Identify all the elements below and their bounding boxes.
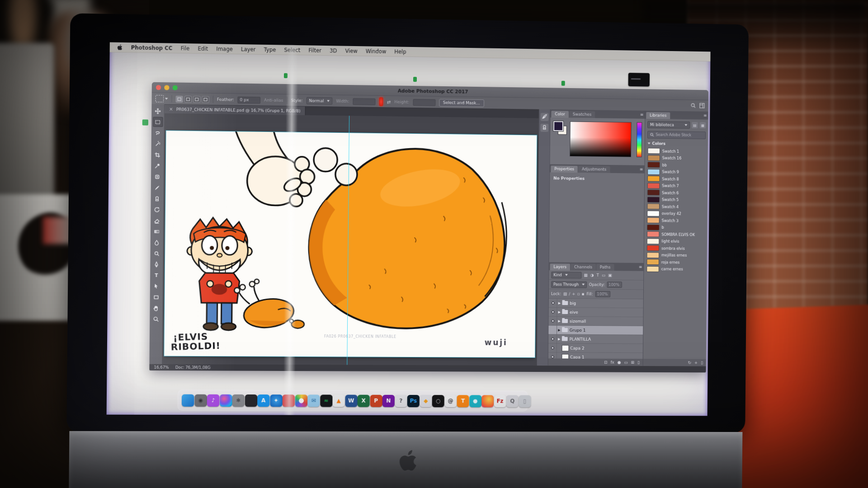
tab-properties[interactable]: Properties (551, 165, 578, 173)
list-view-icon[interactable]: ▤ (692, 122, 698, 128)
fill-input[interactable]: 100% (595, 291, 610, 297)
library-swatch-row[interactable]: Swatch 1 (645, 147, 708, 155)
dock-icon-black-app[interactable]: ○ (432, 395, 444, 407)
dock-icon-firefox[interactable] (481, 395, 494, 407)
tool-pen[interactable] (151, 259, 162, 269)
tool-healing-brush[interactable] (152, 172, 163, 182)
layer-row-sizemall[interactable]: ▶ sizemall (548, 317, 643, 326)
filter-icon[interactable]: ▦ (584, 273, 587, 277)
layer-name[interactable]: Capa 2 (570, 346, 584, 350)
search-icon[interactable] (690, 103, 696, 109)
dock-icon-sketch[interactable]: ◆ (420, 395, 432, 407)
dock-icon-teal-drop-app[interactable]: ● (469, 395, 481, 407)
layers-footer-icon[interactable]: ▯ (637, 361, 640, 365)
expand-caret-icon[interactable]: ▶ (557, 301, 562, 305)
dock-icon-word[interactable]: W (345, 394, 357, 407)
new-selection-button[interactable] (175, 95, 183, 102)
library-swatch-row[interactable]: overlay 42 (644, 210, 707, 218)
zoom-level[interactable]: 16,67% (154, 365, 169, 370)
tool-crop[interactable] (152, 150, 163, 160)
panel-menu-icon[interactable]: ≡ (639, 265, 642, 269)
visibility-toggle[interactable] (548, 343, 557, 352)
tool-brush[interactable] (152, 183, 162, 192)
library-swatch-row[interactable]: Swatch 5 (645, 196, 708, 204)
lock-icon[interactable]: ▪ (582, 292, 585, 296)
dock-icon-orange-type-app[interactable]: T (457, 395, 469, 407)
dock-icon-powerpoint[interactable]: P (370, 394, 382, 407)
tab-layers[interactable]: Layers (550, 263, 570, 270)
add-selection-button[interactable] (184, 96, 192, 103)
foreground-color-chip[interactable] (553, 121, 563, 131)
menu-item-filter[interactable]: Filter (308, 47, 321, 53)
feather-input[interactable]: 0 px (237, 96, 260, 103)
dock-icon-spotlight[interactable]: Q (506, 395, 519, 407)
subtract-selection-button[interactable] (193, 96, 200, 103)
tool-clone-stamp[interactable] (152, 193, 162, 203)
filter-icon[interactable]: ◑ (590, 273, 594, 277)
width-input[interactable] (353, 98, 376, 105)
library-swatch-row[interactable]: carne ernes (644, 265, 707, 272)
grid-view-icon[interactable]: ▦ (700, 122, 706, 128)
collapsed-panel-stamp[interactable] (540, 124, 548, 132)
menu-item-view[interactable]: View (345, 47, 358, 54)
layers-footer-icon[interactable]: ⊡ (604, 360, 608, 364)
layer-row-eive[interactable]: ▶ eive (549, 308, 643, 317)
tool-blur[interactable] (151, 237, 162, 247)
desktop-file-icon[interactable] (284, 73, 288, 78)
library-dropdown[interactable]: Mi biblioteca (647, 121, 690, 129)
layer-row-capa-1[interactable]: ▶ Capa 1 (548, 352, 643, 359)
dock-icon-siri[interactable] (220, 394, 232, 406)
dock-icon-app-store[interactable]: A (257, 394, 270, 407)
dock-icon-photoshop[interactable]: Ps (407, 394, 420, 407)
panel-menu-icon[interactable]: ≡ (640, 167, 643, 172)
menu-item-3d[interactable]: 3D (330, 47, 337, 54)
dock-icon-camera[interactable]: ◉ (194, 394, 207, 406)
lock-icon[interactable]: ▨ (563, 292, 567, 296)
layers-footer-icon[interactable]: ⊞ (631, 360, 634, 364)
tab-libraries[interactable]: Libraries (646, 112, 670, 119)
filter-icon[interactable]: ▭ (602, 273, 605, 277)
visibility-toggle[interactable] (548, 352, 557, 359)
layer-row-grupo-1[interactable]: ▶ Grupo 1 (548, 326, 643, 335)
library-swatch-row[interactable]: Swatch 9 (645, 168, 708, 176)
library-swatch-row[interactable]: light elvis (644, 238, 707, 245)
library-swatch-row[interactable]: sombra elvis (644, 244, 707, 252)
visibility-toggle[interactable] (548, 317, 557, 325)
visibility-toggle[interactable] (549, 308, 557, 316)
close-tab-icon[interactable]: × (169, 107, 173, 112)
intersect-selection-button[interactable] (202, 96, 209, 103)
library-swatch-row[interactable]: roja ernes (644, 258, 707, 266)
lock-icon[interactable]: ∕ (569, 292, 570, 296)
library-swatch-row[interactable]: Swatch 3 (644, 217, 707, 225)
saturation-field[interactable] (570, 122, 632, 157)
tool-shape[interactable] (151, 292, 161, 302)
dock-icon-finder[interactable] (182, 394, 194, 406)
document-artboard[interactable]: ¡ELVIS RIBOLDI! FA026 PR0637_CHICKEN INF… (164, 131, 537, 357)
hue-slider[interactable] (637, 122, 642, 157)
menu-item-file[interactable]: File (181, 45, 190, 51)
layer-name[interactable]: big (570, 301, 576, 305)
layer-row-big[interactable]: ▶ big (549, 299, 643, 308)
tool-eyedropper[interactable] (152, 160, 163, 170)
dock-icon-mail[interactable]: ✉ (307, 394, 320, 407)
select-and-mask-button[interactable]: Select and Mask... (439, 99, 484, 107)
dock-icon-help-app[interactable]: ? (395, 394, 407, 407)
library-swatch-row[interactable]: Swatch 8 (645, 175, 708, 183)
tab-channels[interactable]: Channels (571, 264, 596, 271)
menu-item-edit[interactable]: Edit (198, 45, 208, 52)
dock-icon-settings[interactable]: ✱ (232, 394, 245, 406)
layer-name[interactable]: eive (570, 310, 578, 314)
expand-caret-icon[interactable]: ▶ (557, 319, 561, 323)
expand-caret-icon[interactable]: ▶ (557, 337, 561, 341)
tool-history-brush[interactable] (152, 204, 162, 214)
dock-icon-spotify[interactable]: ≈ (320, 394, 332, 407)
tool-lasso[interactable] (152, 128, 163, 138)
library-search-input[interactable]: Search Adobe Stock (647, 131, 706, 139)
library-swatch-row[interactable]: Swatch 16 (645, 155, 708, 162)
tool-gradient[interactable] (151, 226, 162, 236)
apple-menu-icon[interactable] (117, 44, 123, 50)
anti-alias-checkbox[interactable]: Anti-alias (264, 98, 283, 103)
desktop-widget[interactable] (628, 73, 650, 86)
dock-icon-at-app[interactable]: @ (444, 395, 457, 407)
panel-menu-icon[interactable]: ≡ (640, 113, 643, 117)
